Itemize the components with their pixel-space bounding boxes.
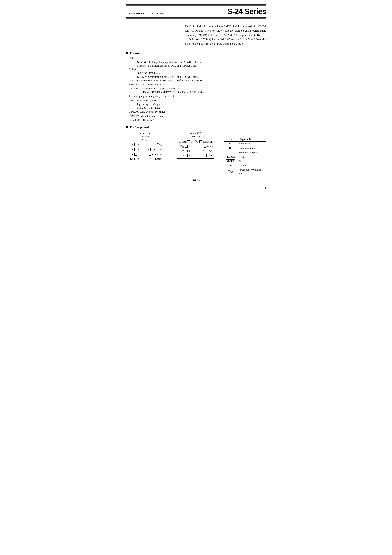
feature-nonvolatile: · Non-volatile functions can be controll…: [127, 79, 266, 82]
sop-left-num-3: 3: [189, 149, 190, 153]
header-bar-top: [126, 4, 266, 5]
pin-desc-sk: Serial clock: [237, 141, 266, 146]
pin-cell-di: DI: [224, 146, 237, 150]
pin-row-do: DO Serial data output: [224, 150, 266, 154]
dip-right-num-8: 8: [151, 143, 153, 146]
pin-section-icon: [126, 126, 129, 128]
dip-left-box-1: [134, 143, 137, 146]
sop-left-label-1: STORE: [179, 140, 187, 144]
dip-right-label-6: RECALL: [152, 153, 162, 156]
dip-right-box-6: [149, 153, 151, 156]
feature-256bits: · 256 bits: [127, 57, 266, 60]
header-bar-bottom-thin: [126, 18, 266, 19]
sop-diagram-container: 8-pin SOPTop view STORE 1 8 RECALL: [177, 132, 214, 159]
page-number: 1: [126, 187, 266, 190]
pin-row-recall: RECALL Recall: [224, 154, 266, 159]
dip-diagram-container: 8-pin DIPTop view CE 1 8 VCC: [126, 132, 164, 162]
dip-notch: [143, 139, 147, 141]
feature-s24h30: S-24H30: TTL input: [137, 72, 266, 75]
feature-package: · 8-pin DIP/SOP package: [127, 118, 266, 122]
pin-cell-ce: CE: [224, 137, 237, 141]
pin-desc-do: Serial data output: [237, 150, 266, 154]
dip-left-num-4: 4: [138, 157, 140, 161]
dip-left-num-2: 2: [138, 148, 140, 151]
pin-table: CE Chip enable SK Serial clock DI Serial…: [224, 137, 266, 175]
sop-left-label-3: CE: [179, 149, 184, 153]
pin-row-ce: CE Chip enable: [224, 137, 266, 141]
pin-desc-recall: Recall: [237, 154, 266, 159]
features-icon: [126, 52, 129, 54]
header-bar-bottom-thick: [126, 17, 266, 18]
sop-left-num-2: 2: [189, 145, 190, 148]
sop-right-box-6: [205, 150, 208, 153]
sop-right-num-8: 8: [197, 140, 199, 144]
dip-left-label-4: DO: [128, 157, 134, 161]
feature-s24s30: S-24S30: Schmitt input for STORE and REC…: [137, 75, 266, 79]
intro-text: The S-24 Series is a non-volatile CMOS R…: [185, 24, 266, 46]
pin-desc-ce: Chip enable: [237, 137, 266, 141]
pin-desc-gnd: Ground: [237, 163, 266, 168]
dip-right-num-7: 7: [148, 148, 150, 151]
features-heading: Features: [130, 51, 141, 55]
sop-right-label-7: GND: [207, 145, 212, 148]
sop-right-num-6: 6: [203, 149, 205, 153]
pin-table-container: CE Chip enable SK Serial clock DI Serial…: [224, 137, 266, 175]
sop-left-num-1: 1: [191, 140, 193, 144]
feature-ttl-except: * Except STORE and RECALL pins for the S…: [141, 91, 266, 94]
sop-right-box-5: [206, 154, 209, 157]
feature-s24s45: S-24S45: Schmitt input for STORE and REC…: [137, 64, 266, 67]
pin-section-heading: Pin Assignment: [130, 125, 149, 129]
pin-cell-recall: RECALL: [224, 154, 237, 159]
sop-left-box-3: [185, 150, 188, 153]
dip-right-num-5: 5: [150, 157, 152, 161]
dip-right-box-8: [154, 143, 156, 146]
dip-left-num-1: 1: [138, 143, 140, 146]
sop-notch: [194, 140, 196, 143]
header-left-label: SERIAL NON-VOLATILE RAM: [126, 12, 163, 15]
sop-right-num-7: 7: [201, 145, 203, 148]
sop-right-box-7: [203, 145, 206, 148]
dip-left-box-2: [134, 148, 137, 151]
dip-right-box-7: [151, 148, 153, 151]
pin-row-sk: SK Serial clock: [224, 141, 266, 146]
pin-row-di: DI Serial data input: [224, 146, 266, 150]
dip-right-num-6: 6: [146, 153, 148, 156]
pin-cell-gnd: GND: [224, 163, 237, 168]
feature-64bits: · 64 bits: [127, 68, 266, 71]
pin-cell-store: STORE: [224, 159, 237, 163]
sop-left-box-2: [185, 145, 188, 148]
sop-left-label-4: SK: [179, 154, 184, 158]
dip-diagram: CE 1 8 VCC SK 2: [126, 139, 164, 162]
dip-left-box-3: [134, 153, 137, 156]
feature-operating: Operating: 5 mA typ.: [137, 102, 266, 106]
dip-left-label-2: SK: [128, 148, 134, 152]
pin-row-store: STORE Store: [224, 159, 266, 163]
feature-standby: Standby : 1 μA max.: [137, 106, 266, 109]
feature-data-retention: · E2PROM data retention: 10 years: [127, 114, 266, 118]
dip-left-box-4: [134, 158, 137, 161]
sop-diagram: STORE 1 8 RECALL VCC: [177, 139, 214, 159]
dip-right-box-5: [153, 158, 156, 161]
pin-desc-di: Serial data input: [237, 146, 266, 150]
feature-store-cycles: · E2PROM store cycles : 105 times: [127, 110, 266, 113]
dip-right-label-7: STORE: [154, 148, 162, 152]
pin-cell-do: DO: [224, 150, 237, 154]
dip-right-label-5: GND: [156, 157, 162, 161]
dip-left-label-3: DI: [128, 153, 134, 156]
feature-s24h45: S-24H45: TTL input, compatible with the …: [137, 60, 266, 64]
pin-cell-vcc: VCC: [224, 168, 237, 175]
sop-left-label-2: VCC: [179, 144, 184, 148]
dip-left-label-1: CE: [128, 143, 134, 146]
dip-title: 8-pin DIPTop view: [126, 132, 164, 138]
sop-right-label-5: DI: [210, 154, 213, 158]
sop-right-num-5: 5: [204, 154, 206, 157]
feature-current: · Low current consumption: [127, 99, 266, 102]
pin-desc-vcc: Power supply voltage ( + 5 V): [237, 168, 266, 175]
sop-left-box-1: [187, 140, 190, 143]
sop-right-label-6: DO: [209, 149, 212, 153]
dip-right-label-8: VCC: [157, 142, 162, 146]
sop-left-num-4: 4: [189, 154, 190, 157]
pin-desc-store: Store: [237, 159, 266, 163]
feature-ttl: · All inputs and outputs are compatible …: [127, 87, 266, 90]
sop-right-label-8: RECALL: [203, 140, 213, 144]
